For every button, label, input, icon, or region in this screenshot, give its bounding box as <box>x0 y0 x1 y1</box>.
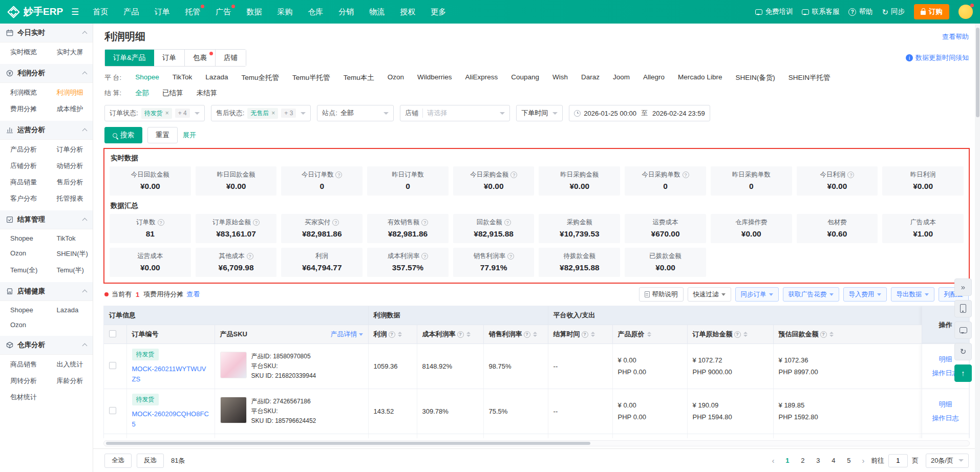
reset-button[interactable]: 重置 <box>147 127 178 143</box>
sidebar-item[interactable]: 利润概览 <box>0 84 47 101</box>
order-number-link[interactable]: MOCK-260211WYTWUVZS <box>132 364 209 384</box>
sidebar-item[interactable]: 店铺分析 <box>0 158 47 174</box>
horizontal-scrollbar[interactable] <box>103 440 970 446</box>
settle-option[interactable]: 未结算 <box>190 87 224 99</box>
expand-link[interactable]: 展开 <box>183 131 196 140</box>
sidebar-item[interactable]: 出入统计 <box>47 356 93 373</box>
more-tags-badge[interactable]: + 4 <box>175 109 190 118</box>
page-number[interactable]: 2 <box>796 454 809 467</box>
subscribe-button[interactable]: 订购 <box>914 4 949 19</box>
product-image[interactable] <box>220 352 247 378</box>
platform-option[interactable]: TikTok <box>166 72 199 84</box>
aftersale-status-filter[interactable]: 售后状态: 无售后× + 3 <box>211 105 311 121</box>
sidebar-item[interactable]: 动销分析 <box>47 158 93 174</box>
sidebar-item[interactable]: 订单分析 <box>47 141 93 158</box>
row-action-link[interactable]: 明细 <box>939 400 952 409</box>
sidebar-item[interactable]: 库龄分析 <box>47 373 93 389</box>
menu-toggle-icon[interactable]: ☰ <box>71 7 79 17</box>
sidebar-item[interactable]: Lazada <box>47 303 93 317</box>
sort-icon[interactable] <box>647 332 651 337</box>
filter-tag[interactable]: 待发货× <box>141 108 172 119</box>
sort-icon[interactable] <box>829 332 834 337</box>
platform-option[interactable]: Temu半托管 <box>286 72 337 84</box>
search-button[interactable]: 搜索 <box>104 127 142 143</box>
next-page-button[interactable]: › <box>858 456 869 465</box>
page-number[interactable]: 1 <box>781 454 794 467</box>
view-tab[interactable]: 包裹 <box>185 50 216 66</box>
sidebar-item[interactable]: 实时大屏 <box>47 44 93 60</box>
sidebar-item[interactable]: Temu(全) <box>0 262 47 278</box>
goto-page-input[interactable] <box>888 454 908 467</box>
sidebar-section-header[interactable]: 运营分析 <box>0 121 93 140</box>
view-tab[interactable]: 店铺 <box>216 50 246 66</box>
invert-select-button[interactable]: 反选 <box>137 454 164 468</box>
topnav-item[interactable]: 仓库 <box>300 0 331 24</box>
topnav-item[interactable]: 广告 <box>208 0 239 24</box>
platform-option[interactable]: Shopee <box>129 72 166 84</box>
sidebar-item[interactable]: Ozon <box>0 317 47 332</box>
platform-option[interactable]: Allegro <box>636 72 671 84</box>
filter-tag[interactable]: 无售后× <box>247 108 278 119</box>
row-checkbox[interactable] <box>109 407 116 414</box>
help-icon[interactable]: ? <box>510 171 517 178</box>
product-detail-toggle[interactable]: 产品详情 <box>331 330 363 339</box>
topnav-item[interactable]: 授权 <box>392 0 423 24</box>
prev-page-button[interactable]: ‹ <box>768 456 779 465</box>
platform-option[interactable]: Wildberries <box>411 72 459 84</box>
help-icon[interactable]: ? <box>253 219 260 226</box>
sort-icon[interactable] <box>398 332 402 337</box>
chat-bubble-icon[interactable] <box>954 321 972 339</box>
sync-button[interactable]: ↻同步 <box>882 7 905 16</box>
window-scrollbar-thumb[interactable] <box>976 28 979 117</box>
free-training-button[interactable]: 免费培训 <box>755 7 793 16</box>
sidebar-section-header[interactable]: 利润分析 <box>0 64 93 83</box>
page-size-select[interactable]: 20条/页 <box>926 454 969 468</box>
topnav-item[interactable]: 分销 <box>331 0 361 24</box>
topnav-item[interactable]: 采购 <box>269 0 300 24</box>
window-scrollbar[interactable] <box>975 24 980 472</box>
view-tab[interactable]: 订单&产品 <box>105 50 154 66</box>
help-icon[interactable]: ? <box>335 171 342 178</box>
topnav-item[interactable]: 订单 <box>146 0 177 24</box>
topnav-item[interactable]: 更多 <box>423 0 454 24</box>
view-fee-link[interactable]: 查看 <box>186 290 200 299</box>
table-action-button[interactable]: 获取广告花费 <box>783 287 839 302</box>
date-range-picker[interactable]: 2026-01-25 00:00 至 2026-02-24 23:59 <box>569 105 710 121</box>
sidebar-item[interactable]: 商品销售 <box>0 356 47 373</box>
sidebar-item[interactable]: 托管报表 <box>47 190 93 207</box>
platform-option[interactable]: Mercado Libre <box>671 72 729 84</box>
sidebar-item[interactable]: SHEIN(半) <box>47 246 93 262</box>
help-button[interactable]: ?帮助 <box>848 7 872 16</box>
collapse-icon[interactable]: » <box>954 278 972 296</box>
scrollbar-thumb[interactable] <box>106 442 590 445</box>
product-image[interactable] <box>220 397 247 423</box>
order-number-link[interactable]: MOCK-260209CQHO8FC5 <box>132 409 209 429</box>
help-icon[interactable]: ? <box>158 219 164 226</box>
sidebar-section-header[interactable]: 店铺健康 <box>0 282 93 301</box>
table-action-button[interactable]: 快速过滤 <box>688 287 731 302</box>
sidebar-item[interactable]: 周转分析 <box>0 373 47 389</box>
view-help-link[interactable]: 查看帮助 <box>942 32 969 41</box>
page-number[interactable]: 5 <box>842 454 856 467</box>
row-action-link[interactable]: 操作日志 <box>932 414 959 423</box>
settle-option[interactable]: 全部 <box>129 87 156 99</box>
sidebar-item[interactable]: 产品分析 <box>0 141 47 158</box>
table-action-button[interactable]: 帮助说明 <box>639 287 684 302</box>
topnav-item[interactable]: 数据 <box>239 0 269 24</box>
remove-tag-icon[interactable]: × <box>165 110 169 117</box>
sidebar-item[interactable]: 利润明细 <box>47 84 93 101</box>
site-filter[interactable]: 站点: 全部 <box>317 105 394 121</box>
brand-logo[interactable]: 妙手ERP <box>7 5 63 18</box>
sort-icon[interactable] <box>591 332 595 337</box>
sort-icon[interactable] <box>466 332 471 337</box>
help-icon[interactable]: ? <box>332 219 339 226</box>
row-checkbox[interactable] <box>109 362 116 369</box>
sidebar-item[interactable]: Shopee <box>0 303 47 317</box>
user-avatar[interactable] <box>958 5 973 19</box>
view-tab[interactable]: 订单 <box>154 50 185 66</box>
help-icon[interactable]: ? <box>457 331 464 338</box>
platform-option[interactable]: AliExpress <box>458 72 504 84</box>
refresh-icon[interactable]: ↻ <box>954 343 972 360</box>
sidebar-item[interactable]: 客户分布 <box>0 190 47 207</box>
help-icon[interactable]: ? <box>421 219 428 226</box>
